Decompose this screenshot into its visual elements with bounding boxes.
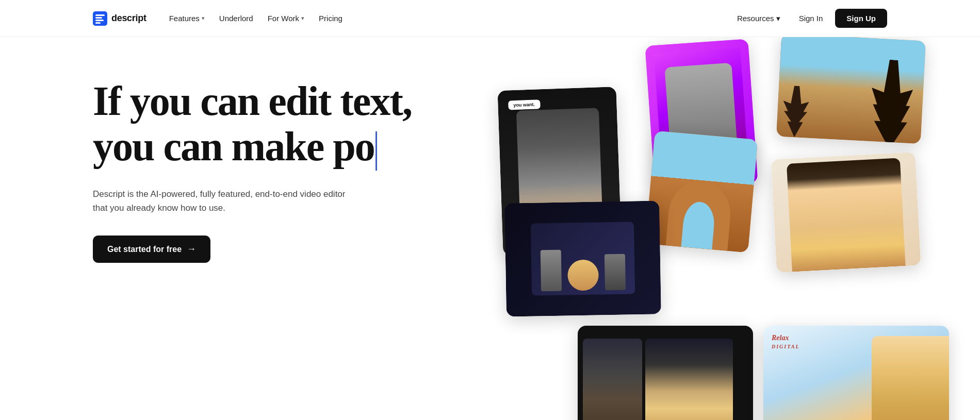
hero-headline: If you can edit text, you can make po xyxy=(93,78,536,171)
logo-link[interactable]: descript xyxy=(93,11,146,26)
arrow-icon: → xyxy=(187,244,196,255)
hero-text: If you can edit text, you can make po De… xyxy=(93,78,536,263)
image-card-person-light xyxy=(771,152,921,273)
nav-for-work[interactable]: For Work ▾ xyxy=(262,10,311,27)
nav-features[interactable]: Features ▾ xyxy=(163,10,211,27)
text-cursor xyxy=(375,131,377,171)
logo-text: descript xyxy=(111,13,146,24)
hero-section: If you can edit text, you can make po De… xyxy=(0,37,980,420)
image-card-caption: And that was all she wrote RelaxDIGITAL xyxy=(763,326,949,420)
navbar: descript Features ▾ Underlord For Work ▾… xyxy=(0,0,980,37)
nav-right: Resources ▾ Sign In Sign Up xyxy=(731,9,887,28)
nav-underlord[interactable]: Underlord xyxy=(213,10,259,27)
chevron-down-icon: ▾ xyxy=(776,14,780,23)
hero-images-collage: you want. xyxy=(475,37,980,420)
nav-pricing[interactable]: Pricing xyxy=(313,10,349,27)
svg-rect-2 xyxy=(95,17,102,19)
image-card-two-people: JEFF UMBRO COURTN... xyxy=(578,326,753,420)
hero-headline-line2: you can make po xyxy=(93,124,374,169)
signup-button[interactable]: Sign Up xyxy=(835,9,887,28)
signin-button[interactable]: Sign In xyxy=(791,10,831,27)
svg-rect-1 xyxy=(95,14,105,16)
cta-button[interactable]: Get started for free → xyxy=(93,236,210,263)
chevron-down-icon: ▾ xyxy=(202,15,205,22)
image-card-desert-tree xyxy=(776,37,926,144)
hero-headline-line1: If you can edit text, xyxy=(93,78,412,124)
svg-rect-4 xyxy=(95,22,101,24)
hero-subtitle: Descript is the AI-powered, fully featur… xyxy=(93,187,351,215)
nav-resources[interactable]: Resources ▾ xyxy=(731,10,787,27)
svg-rect-3 xyxy=(95,20,104,21)
chevron-down-icon: ▾ xyxy=(301,15,304,22)
nav-links: Features ▾ Underlord For Work ▾ Pricing xyxy=(163,10,731,27)
image-card-desert-arch xyxy=(645,131,758,253)
image-card-magenta xyxy=(645,39,758,190)
descript-logo-icon xyxy=(93,11,107,26)
